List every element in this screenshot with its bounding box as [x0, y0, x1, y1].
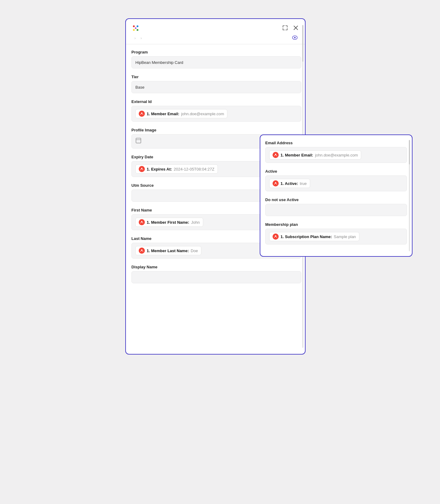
field-group-external-id: External Id1. Member Email:john.doe@exam… [131, 99, 301, 122]
field-label: Display Name [131, 265, 301, 269]
svg-point-2 [133, 29, 135, 31]
tag-label: 1. Subscription Plan Name: [280, 234, 332, 239]
panel-header [126, 19, 305, 32]
field-group-tier: TierBase [131, 75, 301, 93]
member-badge [273, 180, 279, 186]
field-label: External Id [131, 99, 301, 104]
tag-pill[interactable]: 1. Member Last Name:Doe [135, 246, 201, 255]
field-group-do-not-use-active: Do not use Active [265, 197, 407, 216]
chevron-icon-2: › [141, 36, 142, 43]
tag-value: 2024-12-05T08:04:27Z [174, 167, 215, 171]
page-wrapper: › › ProgramHipBean Membership CardTierBa… [125, 18, 315, 355]
field-input[interactable]: HipBean Membership Card [131, 56, 301, 68]
field-input[interactable]: Base [131, 81, 301, 93]
field-group-membership-plan: Membership plan1. Subscription Plan Name… [265, 222, 407, 245]
passkit-logo-icon [131, 24, 140, 32]
member-badge [139, 166, 145, 172]
field-group-email-address: Email Address1. Member Email:john.doe@ex… [265, 141, 407, 163]
member-badge [139, 219, 145, 225]
tag-pill[interactable]: 1. Expires At:2024-12-05T08:04:27Z [135, 164, 218, 174]
field-input[interactable]: 1. Subscription Plan Name:Sample plan [265, 229, 407, 245]
svg-rect-8 [136, 138, 141, 143]
svg-point-4 [135, 28, 137, 29]
tag-pill[interactable]: 1. Member Email:john.doe@example.com [269, 150, 361, 160]
field-input[interactable] [265, 204, 407, 216]
svg-point-0 [133, 25, 135, 27]
tag-value: Sample plan [334, 234, 356, 239]
tag-label: 1. Member Email: [280, 153, 313, 157]
tag-pill[interactable]: 1. Member Email:john.doe@example.com [135, 109, 227, 118]
svg-point-3 [137, 29, 138, 31]
tabs-row: › › [126, 32, 305, 44]
tag-label: 1. Member Email: [147, 112, 179, 116]
second-panel: Email Address1. Member Email:john.doe@ex… [260, 134, 413, 257]
tag-label: 1. Active: [280, 181, 298, 186]
field-label: Email Address [265, 141, 407, 145]
tag-label: 1. Member Last Name: [147, 248, 189, 253]
close-icon[interactable] [292, 25, 299, 32]
tag-pill[interactable]: 1. Member First Name:John [135, 218, 203, 227]
svg-point-1 [137, 25, 138, 27]
field-label: Tier [131, 75, 301, 79]
chevron-icon-1: › [134, 36, 136, 43]
field-input[interactable] [131, 271, 301, 283]
tag-value: john.doe@example.com [181, 112, 224, 116]
eye-icon [292, 35, 298, 41]
tag-label: 1. Expires At: [147, 167, 172, 171]
field-label: Profile Image [131, 128, 301, 132]
field-group-program: ProgramHipBean Membership Card [131, 50, 301, 68]
expand-icon[interactable] [281, 24, 289, 32]
member-badge [273, 152, 279, 158]
tag-label: 1. Member First Name: [147, 220, 189, 225]
tag-pill[interactable]: 1. Subscription Plan Name:Sample plan [269, 232, 359, 241]
member-badge [139, 248, 145, 254]
svg-point-6 [294, 37, 296, 39]
field-label: Active [265, 169, 407, 174]
tag-pill[interactable]: 1. Active:true [269, 179, 310, 188]
member-badge [139, 111, 145, 117]
svg-point-13 [275, 154, 276, 155]
field-group-display-name: Display Name [131, 265, 301, 283]
svg-point-7 [141, 112, 142, 114]
field-input[interactable]: 1. Member Email:john.doe@example.com [265, 147, 407, 163]
tag-value: Doe [191, 248, 198, 253]
show-all-fields-button[interactable] [292, 35, 299, 44]
scrollbar-thumb [302, 25, 303, 62]
member-badge [273, 234, 279, 240]
field-label: Do not use Active [265, 197, 407, 202]
field-label: Program [131, 50, 301, 54]
field-input[interactable]: 1. Active:true [265, 175, 407, 191]
tag-value: true [300, 181, 306, 186]
second-panel-scrollbar-track[interactable] [409, 140, 410, 251]
second-panel-scrollbar-thumb [409, 140, 410, 164]
field-input[interactable]: 1. Member Email:john.doe@example.com [131, 106, 301, 122]
tag-value: john.doe@example.com [315, 153, 358, 157]
profile-image-icon [135, 138, 141, 145]
tag-value: John [191, 220, 200, 225]
field-label: Membership plan [265, 222, 407, 227]
field-group-active: Active1. Active:true [265, 169, 407, 191]
